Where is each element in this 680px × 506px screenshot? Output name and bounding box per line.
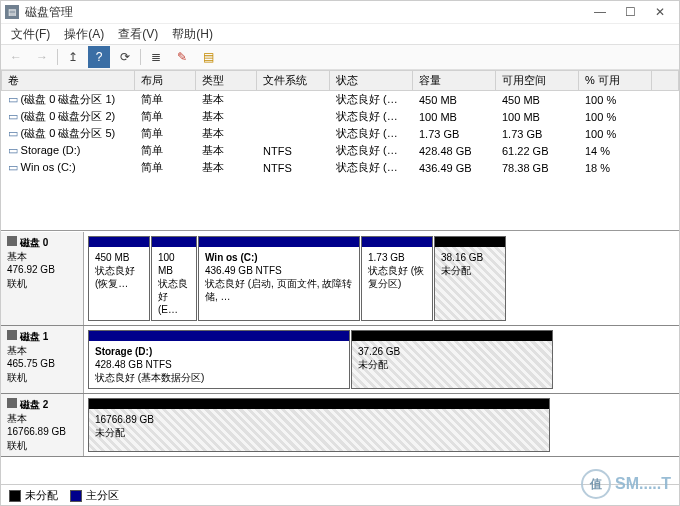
partition-body: 38.16 GB未分配 bbox=[435, 247, 505, 320]
cell-pct: 100 % bbox=[579, 108, 652, 125]
minimize-button[interactable]: — bbox=[585, 1, 615, 23]
partition-body: 1.73 GB状态良好 (恢复分区) bbox=[362, 247, 432, 320]
disk-row: 磁盘 0基本476.92 GB联机 450 MB状态良好 (恢复… 100 MB… bbox=[1, 232, 679, 326]
menu-help[interactable]: 帮助(H) bbox=[166, 24, 219, 45]
partition-primary[interactable]: 100 MB状态良好 (E… bbox=[151, 236, 197, 321]
cell-fs: NTFS bbox=[257, 142, 330, 159]
disk-info[interactable]: 磁盘 1基本465.75 GB联机 bbox=[1, 326, 84, 393]
table-row[interactable]: ▭ (磁盘 0 磁盘分区 2) 简单 基本 状态良好 (… 100 MB 100… bbox=[2, 108, 679, 125]
partition-primary[interactable]: Storage (D:) 428.48 GB NTFS状态良好 (基本数据分区) bbox=[88, 330, 350, 389]
partition-primary[interactable]: 450 MB状态良好 (恢复… bbox=[88, 236, 150, 321]
col-volume[interactable]: 卷 bbox=[2, 71, 135, 91]
cell-capacity: 450 MB bbox=[413, 91, 496, 109]
disk-row: 磁盘 2基本16766.89 GB联机 16766.89 GB未分配 bbox=[1, 394, 679, 457]
col-type[interactable]: 类型 bbox=[196, 71, 257, 91]
cell-free: 61.22 GB bbox=[496, 142, 579, 159]
partition-color-bar bbox=[89, 237, 149, 247]
cell-volume: ▭ (磁盘 0 磁盘分区 1) bbox=[2, 91, 135, 109]
cell-status: 状态良好 (… bbox=[330, 142, 413, 159]
menu-action[interactable]: 操作(A) bbox=[58, 24, 110, 45]
menu-view[interactable]: 查看(V) bbox=[112, 24, 164, 45]
table-row[interactable]: ▭ (磁盘 0 磁盘分区 1) 简单 基本 状态良好 (… 450 MB 450… bbox=[2, 91, 679, 109]
partition-color-bar bbox=[199, 237, 359, 247]
properties-button[interactable]: ? bbox=[88, 46, 110, 68]
grid-button[interactable]: ▤ bbox=[197, 46, 219, 68]
col-free[interactable]: 可用空间 bbox=[496, 71, 579, 91]
partition-container: Storage (D:) 428.48 GB NTFS状态良好 (基本数据分区)… bbox=[84, 326, 679, 393]
app-icon: ▤ bbox=[5, 5, 19, 19]
close-button[interactable]: ✕ bbox=[645, 1, 675, 23]
volume-table: 卷 布局 类型 文件系统 状态 容量 可用空间 % 可用 ▭ (磁盘 0 磁盘分… bbox=[1, 70, 679, 176]
cell-fs bbox=[257, 108, 330, 125]
partition-color-bar bbox=[362, 237, 432, 247]
menubar: 文件(F) 操作(A) 查看(V) 帮助(H) bbox=[1, 24, 679, 44]
partition-body: Storage (D:) 428.48 GB NTFS状态良好 (基本数据分区) bbox=[89, 341, 349, 388]
cell-fs bbox=[257, 125, 330, 142]
cell-free: 1.73 GB bbox=[496, 125, 579, 142]
table-row[interactable]: ▭ (磁盘 0 磁盘分区 5) 简单 基本 状态良好 (… 1.73 GB 1.… bbox=[2, 125, 679, 142]
up-button[interactable]: ↥ bbox=[62, 46, 84, 68]
maximize-button[interactable]: ☐ bbox=[615, 1, 645, 23]
cell-capacity: 428.48 GB bbox=[413, 142, 496, 159]
menu-file[interactable]: 文件(F) bbox=[5, 24, 56, 45]
partition-container: 16766.89 GB未分配 bbox=[84, 394, 679, 456]
app-window: ▤ 磁盘管理 — ☐ ✕ 文件(F) 操作(A) 查看(V) 帮助(H) ← →… bbox=[0, 0, 680, 506]
toolbar: ← → ↥ ? ⟳ ≣ ✎ ▤ bbox=[1, 44, 679, 70]
disk-icon bbox=[7, 398, 17, 408]
cell-volume: ▭ Storage (D:) bbox=[2, 142, 135, 159]
cell-free: 100 MB bbox=[496, 108, 579, 125]
legend: 未分配 主分区 bbox=[1, 484, 679, 505]
partition-color-bar bbox=[435, 237, 505, 247]
back-button[interactable]: ← bbox=[5, 46, 27, 68]
col-capacity[interactable]: 容量 bbox=[413, 71, 496, 91]
cell-status: 状态良好 (… bbox=[330, 159, 413, 176]
cell-volume: ▭ (磁盘 0 磁盘分区 5) bbox=[2, 125, 135, 142]
col-status[interactable]: 状态 bbox=[330, 71, 413, 91]
edit-button[interactable]: ✎ bbox=[171, 46, 193, 68]
table-row[interactable]: ▭ Win os (C:) 简单 基本 NTFS 状态良好 (… 436.49 … bbox=[2, 159, 679, 176]
cell-pct: 14 % bbox=[579, 142, 652, 159]
partition-color-bar bbox=[89, 399, 549, 409]
disk-info[interactable]: 磁盘 2基本16766.89 GB联机 bbox=[1, 394, 84, 456]
window-title: 磁盘管理 bbox=[25, 4, 73, 21]
refresh-button[interactable]: ⟳ bbox=[114, 46, 136, 68]
partition-color-bar bbox=[352, 331, 552, 341]
cell-pct: 18 % bbox=[579, 159, 652, 176]
col-spacer bbox=[652, 71, 679, 91]
disk-row: 磁盘 1基本465.75 GB联机 Storage (D:) 428.48 GB… bbox=[1, 326, 679, 394]
view-button[interactable]: ≣ bbox=[145, 46, 167, 68]
cell-capacity: 436.49 GB bbox=[413, 159, 496, 176]
forward-button[interactable]: → bbox=[31, 46, 53, 68]
cell-status: 状态良好 (… bbox=[330, 125, 413, 142]
col-pct[interactable]: % 可用 bbox=[579, 71, 652, 91]
partition-primary[interactable]: Win os (C:) 436.49 GB NTFS状态良好 (启动, 页面文件… bbox=[198, 236, 360, 321]
cell-free: 450 MB bbox=[496, 91, 579, 109]
cell-free: 78.38 GB bbox=[496, 159, 579, 176]
partition-container: 450 MB状态良好 (恢复… 100 MB状态良好 (E… Win os (C… bbox=[84, 232, 679, 325]
partition-unallocated[interactable]: 16766.89 GB未分配 bbox=[88, 398, 550, 452]
partition-unallocated[interactable]: 38.16 GB未分配 bbox=[434, 236, 506, 321]
partition-body: 37.26 GB未分配 bbox=[352, 341, 552, 388]
legend-primary: 主分区 bbox=[70, 488, 119, 503]
partition-color-bar bbox=[152, 237, 196, 247]
partition-primary[interactable]: 1.73 GB状态良好 (恢复分区) bbox=[361, 236, 433, 321]
col-layout[interactable]: 布局 bbox=[135, 71, 196, 91]
partition-body: 100 MB状态良好 (E… bbox=[152, 247, 196, 320]
legend-unallocated: 未分配 bbox=[9, 488, 58, 503]
partition-unallocated[interactable]: 37.26 GB未分配 bbox=[351, 330, 553, 389]
partition-color-bar bbox=[89, 331, 349, 341]
cell-pct: 100 % bbox=[579, 125, 652, 142]
cell-capacity: 1.73 GB bbox=[413, 125, 496, 142]
cell-capacity: 100 MB bbox=[413, 108, 496, 125]
disk-icon bbox=[7, 330, 17, 340]
cell-type: 基本 bbox=[196, 108, 257, 125]
table-row[interactable]: ▭ Storage (D:) 简单 基本 NTFS 状态良好 (… 428.48… bbox=[2, 142, 679, 159]
cell-layout: 简单 bbox=[135, 108, 196, 125]
cell-fs bbox=[257, 91, 330, 109]
cell-type: 基本 bbox=[196, 159, 257, 176]
disk-info[interactable]: 磁盘 0基本476.92 GB联机 bbox=[1, 232, 84, 325]
cell-pct: 100 % bbox=[579, 91, 652, 109]
cell-status: 状态良好 (… bbox=[330, 108, 413, 125]
col-fs[interactable]: 文件系统 bbox=[257, 71, 330, 91]
partition-body: 450 MB状态良好 (恢复… bbox=[89, 247, 149, 320]
